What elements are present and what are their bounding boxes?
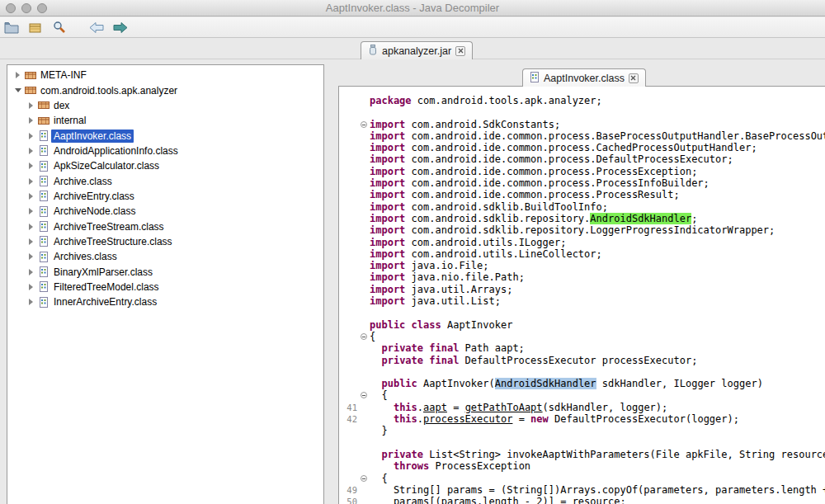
tree-item[interactable]: AaptInvoker.class [7,128,323,143]
expand-arrow-icon[interactable] [12,72,23,78]
tab-apkanalyzer-jar[interactable]: apkanalyzer.jar [361,41,473,59]
code-text: private final Path aapt; [370,342,825,354]
tree-item[interactable]: Archive.class [7,173,323,188]
expand-arrow-icon[interactable] [26,238,36,245]
forward-icon[interactable] [111,20,130,35]
collapse-arrow-icon[interactable] [12,88,23,92]
fold-margin [360,389,370,401]
zoom-window-icon[interactable] [37,3,47,13]
code-line [339,106,825,118]
tree-item[interactable]: ApkSizeCalculator.class [7,158,323,173]
code-token [370,413,394,425]
tree-item[interactable]: ArchiveTreeStream.class [7,219,323,233]
tab-aaptinvoker-class[interactable]: AaptInvoker.class [522,68,646,87]
expand-arrow-icon[interactable] [26,102,36,109]
search-icon[interactable] [50,20,68,35]
code-editor[interactable]: package com.android.tools.apk.analyzer;i… [338,86,825,504]
code-text: import java.util.List; [370,295,825,307]
fold-collapse-icon[interactable] [361,475,367,482]
fold-collapse-icon[interactable] [361,333,367,340]
code-text: package com.android.tools.apk.analyzer; [370,95,825,106]
tree-item[interactable]: dex [7,98,323,113]
close-tab-icon[interactable] [455,46,465,56]
code-token: = [447,402,465,413]
fold-margin [360,153,370,165]
code-token [370,460,394,472]
code-token: import [370,248,405,260]
code-token: params[(params.length - 2)] = resource; [370,496,626,504]
code-token: com.android.ide.common.process.ProcessEx… [405,166,697,177]
code-text: private final DefaultProcessExecutor pro… [370,355,825,366]
code-line: 49 String[] params = (String[])Arrays.co… [339,484,825,496]
code-line: import com.android.ide.common.process.Pr… [339,177,825,189]
tree-item[interactable]: internal [7,113,323,128]
expand-arrow-icon[interactable] [26,253,36,260]
code-lines: package com.android.tools.apk.analyzer;i… [339,95,825,504]
code-line: import com.android.SdkConstants; [339,119,825,130]
line-number [339,119,360,130]
tree-item[interactable]: InnerArchiveEntry.class [7,294,323,309]
tree-item-label: BinaryXmlParser.class [51,266,155,279]
code-token: import [370,213,405,224]
tree-item[interactable]: com.android.tools.apk.analyzer [7,82,323,97]
expand-arrow-icon[interactable] [26,224,36,230]
line-number [339,260,360,271]
java-decompiler-window: AaptInvoker.class - Java Decompiler apka… [0,0,825,504]
close-window-icon[interactable] [6,3,16,13]
code-text: import com.android.utils.LineCollector; [370,248,825,260]
tree-item[interactable]: ArchiveNode.class [7,204,323,219]
code-token: String[] params = (String[])Arrays.copyO… [370,484,825,496]
code-token [370,449,381,460]
tree-item[interactable]: ArchiveEntry.class [7,189,323,204]
code-token: import [370,295,405,307]
expand-arrow-icon[interactable] [26,284,36,290]
expand-arrow-icon[interactable] [26,133,36,139]
expand-arrow-icon[interactable] [26,208,36,214]
tree-item-label: ApkSizeCalculator.class [51,159,162,172]
code-text: public class AaptInvoker [370,319,825,331]
expand-arrow-icon[interactable] [26,269,36,276]
tree-item[interactable]: FilteredTreeModel.class [7,280,323,294]
close-tab-icon[interactable] [629,73,639,83]
code-text: import com.android.ide.common.process.Pr… [370,189,825,200]
code-token: public [370,319,405,331]
tree-item[interactable]: AndroidApplicationInfo.class [7,144,323,158]
tree-item[interactable]: META-INF [7,68,323,82]
code-token: this [394,402,417,413]
line-number [339,153,360,165]
line-number [339,342,360,354]
expand-arrow-icon[interactable] [26,117,36,124]
code-token: package [370,95,412,106]
package-icon [36,101,51,110]
tree-item[interactable]: Archives.class [7,249,323,264]
minimize-window-icon[interactable] [21,3,31,13]
open-type-icon[interactable] [26,20,45,35]
class-icon [36,145,51,156]
fold-margin [360,106,370,118]
code-token: DefaultProcessExecutor(logger); [549,413,739,425]
tab-label: apkanalyzer.jar [382,45,451,57]
code-line: import com.android.ide.common.process.Pr… [339,166,825,177]
tree-item[interactable]: BinaryXmlParser.class [7,264,323,279]
code-token: import [370,271,405,283]
expand-arrow-icon[interactable] [26,193,36,200]
expand-arrow-icon[interactable] [26,299,36,305]
code-text [370,437,825,449]
tree-item[interactable]: ArchiveTreeStructure.class [7,234,323,249]
code-token: (sdkHandler, logger); [543,402,668,413]
fold-collapse-icon[interactable] [361,121,367,128]
expand-arrow-icon[interactable] [26,178,36,185]
code-token: import [370,142,405,153]
expand-arrow-icon[interactable] [26,148,36,154]
line-number [339,389,360,401]
fold-margin [360,342,370,354]
fold-collapse-icon[interactable] [361,392,367,398]
open-file-icon[interactable] [2,20,21,35]
title-bar[interactable]: AaptInvoker.class - Java Decompiler [0,0,825,16]
package-tree[interactable]: META-INFcom.android.tools.apk.analyzerde… [7,64,324,504]
code-token: private final [381,355,459,366]
code-token: aapt [423,402,447,413]
back-icon[interactable] [87,20,106,35]
class-icon [36,191,51,201]
expand-arrow-icon[interactable] [26,163,36,169]
